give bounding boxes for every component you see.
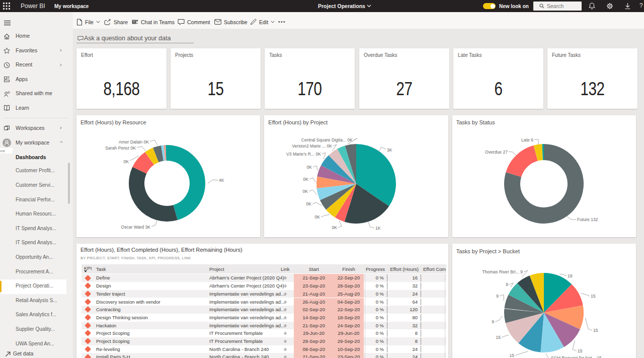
- svg-text:Amer Dalain 0K: Amer Dalain 0K: [119, 139, 149, 145]
- svg-text:15: 15: [591, 294, 596, 299]
- svg-text:Sarah Perez 0K: Sarah Perez 0K: [105, 146, 136, 151]
- svg-text:15: 15: [593, 328, 598, 333]
- svg-text:0K: 0K: [303, 177, 309, 182]
- svg-text:T: T: [133, 20, 135, 24]
- svg-text:9: 9: [506, 282, 508, 287]
- svg-text:Thomas River Bri... 9: Thomas River Bri... 9: [482, 269, 523, 274]
- svg-text:Future 132: Future 132: [577, 217, 598, 222]
- svg-text:0K: 0K: [306, 201, 312, 206]
- svg-text:SCM Request for Nat... 15: SCM Request for Nat... 15: [551, 355, 602, 358]
- svg-text:0K: 0K: [315, 214, 320, 220]
- svg-text:19: 19: [568, 273, 573, 278]
- svg-text:Overdue 27: Overdue 27: [485, 150, 508, 155]
- svg-text:15: 15: [509, 353, 514, 358]
- svg-text:0K: 0K: [332, 225, 338, 230]
- svg-text:Oscar Ward 3K: Oscar Ward 3K: [121, 225, 151, 230]
- svg-text:3K: 3K: [387, 148, 392, 153]
- svg-text:Central Square Digita... 0K: Central Square Digita... 0K: [301, 137, 353, 142]
- svg-text:15: 15: [496, 335, 501, 340]
- svg-text:0K: 0K: [303, 189, 308, 194]
- svg-text:9: 9: [492, 319, 494, 324]
- svg-text:Late 6: Late 6: [521, 137, 533, 142]
- svg-text:0K: 0K: [123, 159, 129, 164]
- svg-text:0K: 0K: [307, 165, 312, 170]
- svg-text:4K: 4K: [219, 178, 224, 183]
- svg-text:1K: 1K: [375, 226, 381, 231]
- svg-text:9: 9: [496, 294, 499, 299]
- svg-text:Version2 Marie ... 0K: Version2 Marie ... 0K: [292, 144, 333, 149]
- svg-text:15: 15: [578, 348, 583, 353]
- svg-text:V3 Marie's R... 0K: V3 Marie's R... 0K: [286, 152, 321, 157]
